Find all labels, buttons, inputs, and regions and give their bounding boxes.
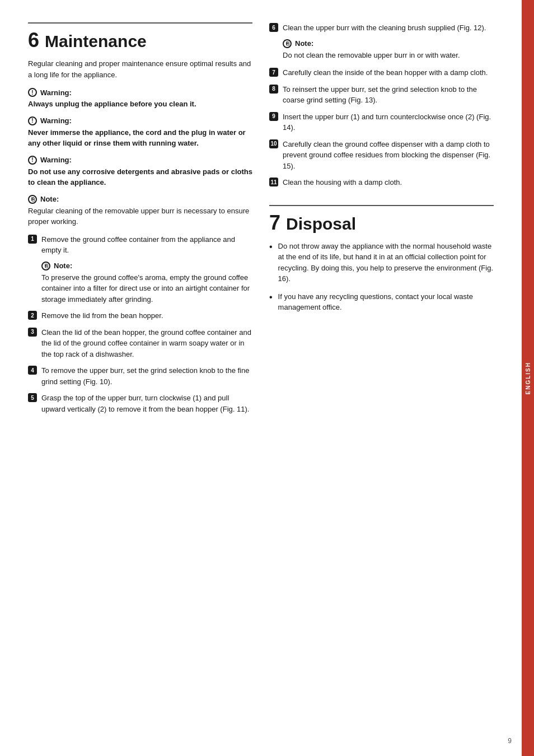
section7-header: 7 Disposal <box>269 205 494 233</box>
warning-title-1: ! Warning: <box>28 88 252 97</box>
warning-text-1: Always unplug the appliance before you c… <box>28 99 252 110</box>
left-column: 6 Maintenance Regular cleaning and prope… <box>28 22 252 734</box>
side-tab-text: ENGLISH <box>525 362 531 394</box>
side-tab: ENGLISH <box>522 0 534 756</box>
content-area: 6 Maintenance Regular cleaning and prope… <box>0 0 522 756</box>
step-5: 5 Grasp the top of the upper burr, turn … <box>28 393 252 414</box>
step-number-2: 2 <box>28 311 37 320</box>
disposal-text-1: Do not throw away the appliance with the… <box>278 241 494 284</box>
step-number-8: 8 <box>269 85 278 94</box>
note-text-right: Do not clean the removable upper burr in… <box>283 50 494 61</box>
warning-block-2: ! Warning: Never immerse the appliance, … <box>28 116 252 149</box>
step-6: 6 Clean the upper burr with the cleaning… <box>269 22 494 34</box>
section6-header: 6 Maintenance <box>28 22 252 50</box>
bullet-dot-2: • <box>269 291 273 304</box>
step-number-4: 4 <box>28 366 37 375</box>
section6-number: 6 <box>28 30 39 50</box>
section6-intro: Regular cleaning and proper maintenance … <box>28 58 252 80</box>
step-9: 9 Insert the upper burr (1) and turn cou… <box>269 111 494 133</box>
warning-label-2: Warning: <box>40 116 72 125</box>
warning-icon-1: ! <box>28 88 37 97</box>
disposal-bullet-1: • Do not throw away the appliance with t… <box>269 241 494 284</box>
step-4: 4 To remove the upper burr, set the grin… <box>28 365 252 387</box>
note-icon-right: ⎘ <box>283 39 292 48</box>
step-text-5: Grasp the top of the upper burr, turn cl… <box>41 393 252 414</box>
step-10: 10 Carefully clean the ground coffee dis… <box>269 139 494 172</box>
section6-title: Maintenance <box>45 33 147 50</box>
step-text-6: Clean the upper burr with the cleaning b… <box>283 22 486 34</box>
note-label-2: Note: <box>54 262 72 270</box>
note-text-2: To preserve the ground coffee's aroma, e… <box>41 272 252 305</box>
step-3: 3 Clean the lid of the bean hopper, the … <box>28 327 252 360</box>
warning-icon-2: ! <box>28 116 37 125</box>
note-label-right: Note: <box>295 39 313 48</box>
note-title-2: ⎘ Note: <box>41 262 252 270</box>
note-title-1: ⎘ Note: <box>28 195 252 204</box>
section7-title: Disposal <box>286 216 356 232</box>
step-number-9: 9 <box>269 112 278 121</box>
section7-number: 7 <box>269 213 280 233</box>
warning-title-3: ! Warning: <box>28 156 252 165</box>
step-number-3: 3 <box>28 328 37 337</box>
step-text-7: Carefully clean the inside of the bean h… <box>283 67 488 78</box>
step-number-5: 5 <box>28 393 37 402</box>
step-text-2: Remove the lid from the bean hopper. <box>41 310 163 321</box>
note-text-1: Regular cleaning of the removable upper … <box>28 206 252 227</box>
step-number-11: 11 <box>269 178 278 186</box>
bullet-dot-1: • <box>269 241 273 253</box>
step-text-9: Insert the upper burr (1) and turn count… <box>283 111 494 133</box>
warning-block-1: ! Warning: Always unplug the appliance b… <box>28 88 252 110</box>
note-icon-1: ⎘ <box>28 195 37 204</box>
note-block-2: ⎘ Note: To preserve the ground coffee's … <box>41 262 252 305</box>
step-text-1: Remove the ground coffee container from … <box>41 234 252 256</box>
step-11: 11 Clean the housing with a damp cloth. <box>269 177 494 188</box>
step-7: 7 Carefully clean the inside of the bean… <box>269 67 494 78</box>
step-1: 1 Remove the ground coffee container fro… <box>28 234 252 256</box>
warning-label-1: Warning: <box>40 88 72 97</box>
warning-icon-3: ! <box>28 156 37 165</box>
right-column: 6 Clean the upper burr with the cleaning… <box>269 22 494 734</box>
note-block-1: ⎘ Note: Regular cleaning of the removabl… <box>28 195 252 227</box>
warning-label-3: Warning: <box>40 156 72 164</box>
page-container: 6 Maintenance Regular cleaning and prope… <box>0 0 534 756</box>
step-number-6: 6 <box>269 23 278 32</box>
warning-block-3: ! Warning: Do not use any corrosive dete… <box>28 156 252 188</box>
step-text-10: Carefully clean the ground coffee dispen… <box>283 139 494 172</box>
warning-title-2: ! Warning: <box>28 116 252 125</box>
note-label-1: Note: <box>40 195 59 203</box>
note-block-right: ⎘ Note: Do not clean the removable upper… <box>283 39 494 61</box>
note-icon-2: ⎘ <box>41 262 50 270</box>
step-text-4: To remove the upper burr, set the grind … <box>41 365 252 387</box>
warning-text-3: Do not use any corrosive detergents and … <box>28 166 252 188</box>
note-title-right: ⎘ Note: <box>283 39 494 48</box>
step-number-7: 7 <box>269 68 278 77</box>
page-number: 9 <box>508 737 512 745</box>
disposal-text-2: If you have any recycling questions, con… <box>278 291 494 313</box>
step-text-8: To reinsert the upper burr, set the grin… <box>283 84 494 106</box>
disposal-bullet-2: • If you have any recycling questions, c… <box>269 291 494 313</box>
step-number-1: 1 <box>28 235 37 244</box>
step-text-11: Clean the housing with a damp cloth. <box>283 177 402 188</box>
step-8: 8 To reinsert the upper burr, set the gr… <box>269 84 494 106</box>
warning-text-2: Never immerse the appliance, the cord an… <box>28 127 252 149</box>
step-2: 2 Remove the lid from the bean hopper. <box>28 310 252 321</box>
step-number-10: 10 <box>269 139 278 148</box>
step-text-3: Clean the lid of the bean hopper, the gr… <box>41 327 252 360</box>
